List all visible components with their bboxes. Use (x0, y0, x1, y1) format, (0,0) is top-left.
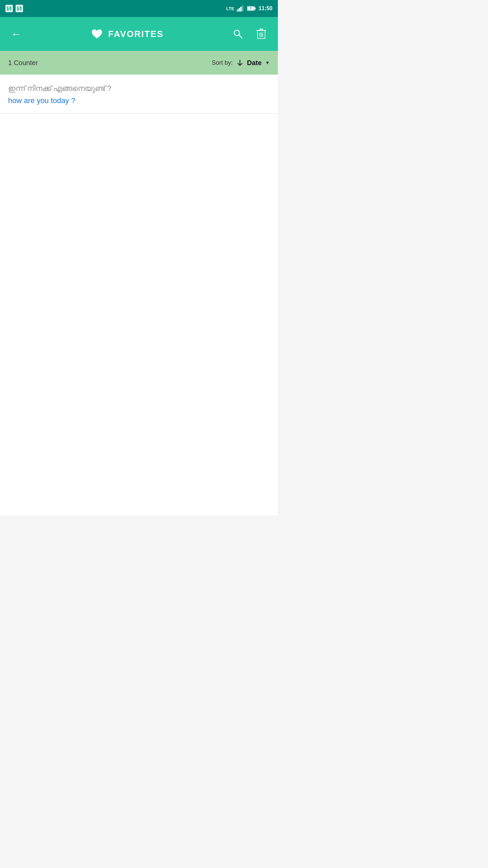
svg-rect-7 (255, 7, 256, 9)
subheader: 1 Counter Sort by: Date ▼ (0, 51, 278, 75)
sort-arrow-icon (236, 59, 244, 66)
favorites-list: ഇന്ന് നിനക്ക് എങ്ങനെയുണ്ട് ? how are you… (0, 75, 278, 515)
n-logo-1 (5, 5, 13, 12)
sort-value: Date (247, 59, 262, 67)
list-item[interactable]: ഇന്ന് നിനക്ക് എങ്ങനെയുണ്ട് ? how are you… (0, 75, 278, 114)
dropdown-arrow-icon: ▼ (265, 60, 270, 65)
search-button[interactable] (230, 26, 246, 42)
signal-icon (237, 5, 244, 12)
svg-rect-15 (260, 29, 263, 29)
svg-rect-2 (237, 9, 238, 12)
svg-rect-5 (242, 5, 243, 12)
status-bar-left (5, 5, 23, 12)
trash-icon (256, 28, 267, 40)
app-bar-title-area: FAVORITES (24, 27, 230, 40)
svg-line-10 (239, 35, 242, 38)
search-icon (232, 28, 243, 39)
app-bar-actions (230, 25, 270, 42)
page-title: FAVORITES (108, 29, 163, 39)
status-bar: LTE 11:50 (0, 0, 278, 17)
translation-text: how are you today ? (8, 96, 270, 105)
back-button[interactable]: ← (8, 25, 24, 43)
svg-rect-4 (240, 7, 242, 12)
app-bar: ← FAVORITES (0, 17, 278, 51)
n-logo-2 (16, 5, 23, 12)
counter-text: 1 Counter (8, 59, 38, 67)
original-text: ഇന്ന് നിനക്ക് എങ്ങനെയുണ്ട് ? (8, 84, 270, 93)
sort-area[interactable]: Sort by: Date ▼ (212, 59, 270, 67)
lte-indicator: LTE (226, 6, 234, 11)
heart-icon (90, 27, 103, 40)
clock: 11:50 (259, 5, 272, 12)
delete-button[interactable] (253, 25, 270, 42)
status-bar-right: LTE 11:50 (226, 5, 272, 12)
back-arrow-icon: ← (11, 28, 22, 40)
svg-rect-3 (239, 8, 240, 12)
sort-by-label: Sort by: (212, 59, 233, 66)
battery-icon (247, 6, 256, 11)
